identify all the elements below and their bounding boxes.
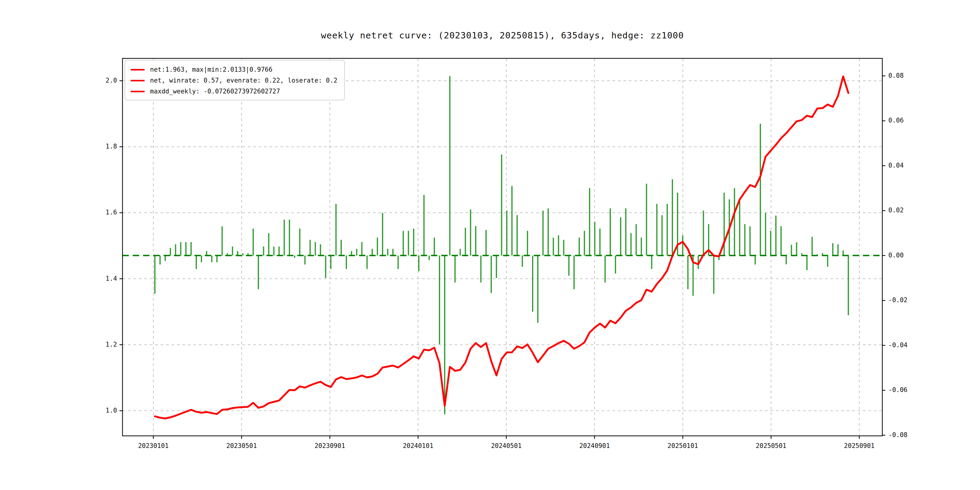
- left-tick-label: 1.8: [105, 143, 117, 150]
- x-tick-label: 20250501: [756, 442, 786, 449]
- x-tick-label: 20240101: [403, 442, 433, 449]
- red-line-swatch-icon: [130, 80, 145, 81]
- legend-item-winrate: net, winrate: 0.57, evenrate: 0.22, lose…: [130, 75, 339, 86]
- right-tick-label: 0.04: [888, 162, 904, 169]
- x-tick-label: 20240901: [579, 442, 610, 449]
- legend-item-maxdd: maxdd_weekly: -0.07260273972602727: [130, 86, 339, 97]
- right-tick-label: -0.06: [888, 386, 907, 393]
- x-tick-label: 20230101: [138, 442, 169, 449]
- legend-label: maxdd_weekly: -0.07260273972602727: [150, 88, 280, 95]
- left-tick-label: 2.0: [105, 77, 117, 84]
- x-tick-label: 20230501: [226, 442, 257, 449]
- left-tick-label: 1.2: [105, 341, 117, 348]
- x-tick-label: 20250901: [844, 442, 875, 449]
- right-tick-label: -0.08: [888, 431, 907, 439]
- left-tick-label: 1.6: [105, 209, 117, 216]
- right-tick-label: -0.04: [888, 342, 907, 349]
- right-tick-label: 0.00: [888, 251, 904, 259]
- legend-label: net:1.963, max|min:2.0133|0.9766: [150, 66, 272, 73]
- right-tick-label: 0.08: [888, 72, 904, 79]
- right-tick-label: 0.02: [888, 207, 904, 214]
- x-tick-label: 20250101: [668, 442, 698, 449]
- red-line-swatch-icon: [130, 91, 145, 92]
- left-tick-label: 1.0: [105, 407, 117, 414]
- x-tick-label: 20230901: [315, 442, 345, 449]
- red-line-swatch-icon: [130, 69, 145, 70]
- left-tick-label: 1.4: [105, 275, 117, 282]
- legend-item-net: net:1.963, max|min:2.0133|0.9766: [130, 64, 339, 75]
- right-tick-label: 0.06: [888, 117, 904, 124]
- x-tick-label: 20240501: [491, 442, 522, 449]
- legend-label: net, winrate: 0.57, evenrate: 0.22, lose…: [150, 77, 337, 84]
- right-tick-label: -0.02: [888, 296, 907, 304]
- legend: net:1.963, max|min:2.0133|0.9766 net, wi…: [125, 60, 345, 100]
- figure: weekly netret curve: (20230103, 20250815…: [0, 0, 980, 490]
- plot-border: [123, 58, 882, 436]
